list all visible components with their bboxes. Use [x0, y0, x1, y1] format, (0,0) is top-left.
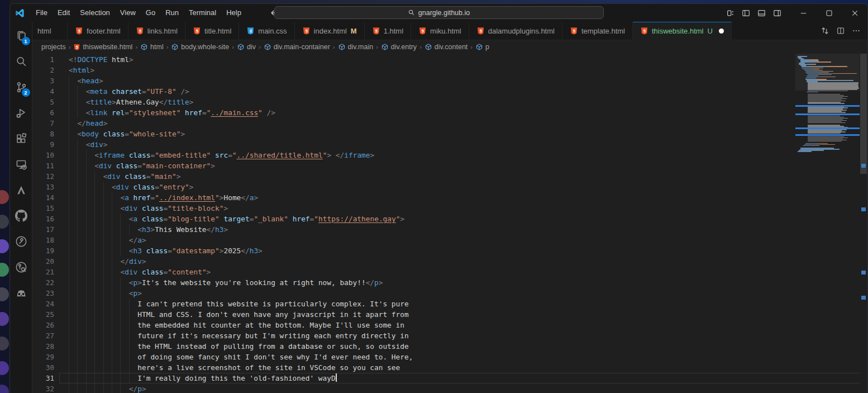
code-line-8[interactable]: 8<body class="whole-site">	[32, 129, 867, 139]
more-actions-icon[interactable]	[850, 24, 863, 37]
tab-thiswebsite.html[interactable]: 5thiswebsite.htmlU	[633, 22, 732, 40]
code-line-11[interactable]: 11<div class="main-container">	[32, 160, 867, 171]
activity-azure[interactable]	[10, 177, 32, 203]
code-line-23[interactable]: 23<p>	[32, 288, 867, 299]
code-line-17[interactable]: 17<h3>This Website</h3>	[32, 224, 867, 235]
code-line-1[interactable]: 1<!DOCTYPE html>	[32, 54, 867, 65]
scrollbar[interactable]	[860, 54, 867, 393]
minimap[interactable]	[795, 54, 860, 393]
code-line-16[interactable]: 16<a class="blog-title" target="_blank" …	[32, 214, 867, 224]
code-token: div	[99, 162, 112, 170]
code-line-29[interactable]: 29of doing some fancy shit I don't see w…	[32, 352, 867, 362]
code-line-20[interactable]: 20</div>	[32, 256, 867, 267]
tab-title.html[interactable]: 5title.html	[185, 22, 239, 40]
breadcrumb-item-p[interactable]: p	[475, 43, 489, 51]
code-line-10[interactable]: 10<iframe class="embed-title" src="../sh…	[32, 150, 867, 160]
customize-layout-icon[interactable]	[722, 4, 738, 22]
indent-guide	[77, 192, 78, 203]
breadcrumb-item-html[interactable]: html	[140, 43, 164, 51]
code-line-32[interactable]: 32</p>	[32, 383, 867, 393]
code-line-2[interactable]: 2<html>	[32, 65, 867, 75]
code-line-3[interactable]: 3<head>	[32, 75, 867, 86]
scrollbar-slider[interactable]	[860, 54, 867, 174]
toggle-secondary-sidebar-icon[interactable]	[769, 4, 785, 22]
maximize-button[interactable]	[816, 4, 842, 22]
code-line-31[interactable]: 31I'm really doing this the 'old-fashion…	[32, 373, 867, 383]
activity-git-history[interactable]	[10, 229, 32, 254]
tab-footer.html[interactable]: 5footer.html	[68, 22, 128, 40]
tab-1.html[interactable]: 51.html	[365, 22, 411, 40]
open-changes-icon[interactable]	[818, 24, 832, 37]
command-center-search[interactable]: gnargle.github.io	[274, 6, 604, 19]
code-line-24[interactable]: 24I can't pretend this website is partic…	[32, 299, 867, 309]
tab-links.html[interactable]: 5links.html	[128, 22, 185, 40]
unsaved-dot-icon[interactable]	[719, 29, 724, 34]
breadcrumb-item-body.whole-site[interactable]: body.whole-site	[171, 43, 229, 51]
code-line-15[interactable]: 15<div class="title-block">	[32, 203, 867, 214]
indent-guide	[77, 383, 78, 393]
menu-view[interactable]: View	[115, 4, 141, 22]
activity-godot[interactable]	[10, 280, 32, 306]
code-line-13[interactable]: 13<div class="entry">	[32, 182, 867, 192]
code-line-6[interactable]: 6<link rel="stylesheet" href="../main.cs…	[32, 107, 867, 118]
minimize-button[interactable]	[790, 4, 816, 22]
code-line-22[interactable]: 22<p>It's the website you're looking at …	[32, 277, 867, 288]
code-line-19[interactable]: 19<h3 class="datestamp">2025</h3>	[32, 245, 867, 256]
menu-run[interactable]: Run	[160, 4, 184, 22]
tab-template.html[interactable]: 5template.html	[562, 22, 633, 40]
code-line-30[interactable]: 30here's a live screenshot of the site i…	[32, 362, 867, 373]
activity-remote-explorer[interactable]	[10, 151, 32, 177]
code-line-4[interactable]: 4<meta charset="UTF-8" />	[32, 86, 867, 97]
menu-go[interactable]: Go	[141, 4, 160, 22]
breadcrumb-separator: ›	[417, 44, 425, 50]
breadcrumb-item-div.main-container[interactable]: div.main-container	[264, 43, 330, 51]
minimap-line	[807, 92, 818, 93]
code-line-25[interactable]: 25HTML and CSS. I don't even have any ja…	[32, 309, 867, 320]
menu-terminal[interactable]: Terminal	[184, 4, 221, 22]
activity-git-graph-search[interactable]	[10, 254, 32, 280]
tab-html[interactable]: html	[32, 22, 68, 40]
indent-guide	[103, 277, 104, 288]
menu-help[interactable]: Help	[221, 4, 246, 22]
code-editor[interactable]: 1<!DOCTYPE html>2<html>3<head>4<meta cha…	[32, 54, 867, 393]
code-line-27[interactable]: 27future if it's necessary but I'm writi…	[32, 330, 867, 341]
tab-index.html[interactable]: 5index.htmlM	[295, 22, 365, 40]
code-line-28[interactable]: 28the HTML instead of pulling from a dat…	[32, 341, 867, 352]
activity-explorer[interactable]: 1	[10, 23, 32, 49]
breadcrumb-item-div[interactable]: div	[237, 43, 256, 51]
toggle-panel-icon[interactable]	[753, 4, 769, 22]
git-graph-icon	[15, 261, 27, 273]
code-line-14[interactable]: 14<a href="../index.html">Home</a>	[32, 192, 867, 203]
code-line-26[interactable]: 26the embedded hit counter at the bottom…	[32, 320, 867, 330]
breadcrumb-item-thiswebsite.html[interactable]: 5thiswebsite.html	[73, 43, 132, 51]
menu-edit[interactable]: Edit	[53, 4, 75, 22]
indent-guide	[94, 277, 95, 288]
code-token: <	[86, 98, 90, 106]
activity-search[interactable]	[10, 49, 32, 74]
activity-run-debug[interactable]	[10, 100, 32, 126]
tab-main.css[interactable]: 3main.css	[239, 22, 294, 40]
tab-dalamudplugins.html[interactable]: 5dalamudplugins.html	[469, 22, 562, 40]
code-line-21[interactable]: 21<div class="content">	[32, 267, 867, 277]
activity-github[interactable]	[10, 203, 32, 229]
breadcrumb-item-projects[interactable]: projects	[41, 43, 66, 51]
activity-extensions[interactable]	[10, 126, 32, 151]
close-button[interactable]	[842, 4, 867, 22]
activity-source-control[interactable]: 2	[10, 74, 32, 100]
tab-miku.html[interactable]: 5miku.html	[411, 22, 469, 40]
menu-selection[interactable]: Selection	[75, 4, 115, 22]
code-line-7[interactable]: 7</head>	[32, 118, 867, 129]
breadcrumb-item-div.content[interactable]: div.content	[425, 43, 468, 51]
code-line-9[interactable]: 9<div>	[32, 139, 867, 150]
minimap-slider[interactable]	[795, 54, 860, 91]
code-line-12[interactable]: 12<div class="main">	[32, 171, 867, 182]
breadcrumb-item-div.entry[interactable]: div.entry	[381, 43, 417, 51]
code-token: <	[129, 215, 133, 223]
code-line-18[interactable]: 18</a>	[32, 235, 867, 245]
toggle-primary-sidebar-icon[interactable]	[738, 4, 753, 22]
menu-file[interactable]: File	[31, 4, 53, 22]
code-token: "datestamp"	[172, 247, 220, 255]
split-editor-icon[interactable]	[834, 24, 847, 37]
code-line-5[interactable]: 5<title>Athene.Gay</title>	[32, 97, 867, 107]
breadcrumb-item-div.main[interactable]: div.main	[338, 43, 374, 51]
